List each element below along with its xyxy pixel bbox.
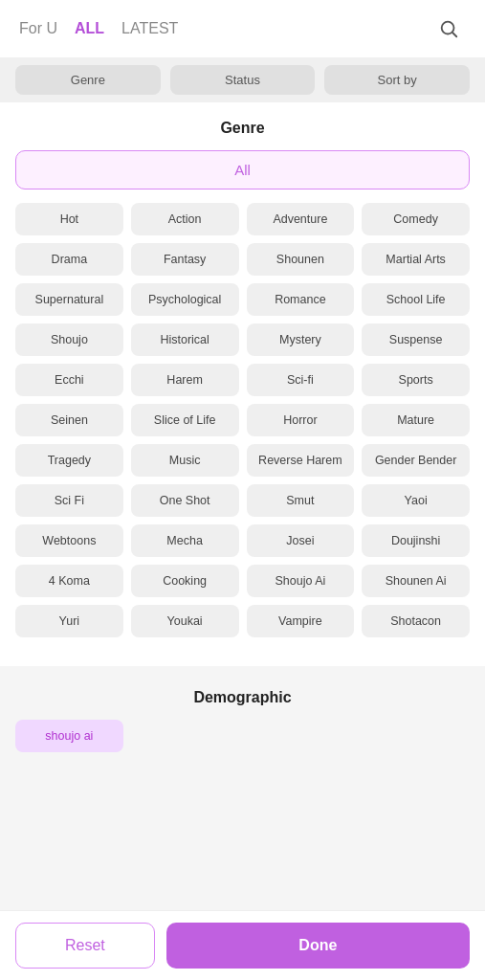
filter-row: Genre Status Sort by: [0, 57, 485, 102]
sortby-filter-btn[interactable]: Sort by: [324, 65, 470, 95]
genre-chip[interactable]: Webtoons: [15, 524, 123, 557]
genre-chip[interactable]: Shounen Ai: [362, 565, 470, 597]
status-filter-btn[interactable]: Status: [170, 65, 316, 95]
genre-chip[interactable]: Doujinshi: [362, 524, 470, 557]
demographic-title: Demographic: [15, 689, 470, 706]
genre-chip[interactable]: Gender Bender: [362, 444, 470, 477]
genre-chip[interactable]: Shotacon: [362, 605, 470, 637]
genre-panel-title: Genre: [15, 120, 470, 137]
genre-chip[interactable]: Harem: [131, 364, 239, 396]
demographic-chip[interactable]: shoujo ai: [15, 720, 123, 752]
genre-chip[interactable]: Adventure: [247, 203, 355, 235]
genre-chip[interactable]: Sports: [362, 364, 470, 396]
genre-chip[interactable]: School Life: [362, 283, 470, 316]
genre-chip[interactable]: Reverse Harem: [247, 444, 355, 477]
genre-chip[interactable]: Seinen: [15, 404, 123, 436]
demographic-section: Demographic shoujo ai: [0, 666, 485, 768]
nav-latest[interactable]: LATEST: [121, 20, 178, 37]
genre-chip[interactable]: Yaoi: [362, 484, 470, 517]
genre-chip[interactable]: Ecchi: [15, 364, 123, 396]
done-button[interactable]: Done: [166, 923, 470, 969]
genre-chip[interactable]: Psychological: [131, 283, 239, 316]
genre-chip[interactable]: Shoujo Ai: [247, 565, 355, 597]
svg-line-1: [452, 33, 456, 36]
genre-chip[interactable]: Drama: [15, 243, 123, 276]
genre-chip[interactable]: Smut: [247, 484, 355, 517]
search-icon: [438, 18, 459, 39]
demographic-grid: shoujo ai: [15, 720, 470, 752]
bottom-action-bar: Reset Done: [0, 910, 485, 980]
nav-all[interactable]: ALL: [75, 20, 104, 37]
nav-for-u[interactable]: For U: [19, 20, 57, 37]
genre-filter-btn[interactable]: Genre: [15, 65, 161, 95]
genre-chip[interactable]: Suspense: [362, 323, 470, 356]
genre-chip[interactable]: Martial Arts: [362, 243, 470, 276]
genre-chip[interactable]: Shounen: [247, 243, 355, 276]
genre-chip[interactable]: Mecha: [131, 524, 239, 557]
top-navigation: For U ALL LATEST: [0, 0, 485, 57]
genre-chip[interactable]: Hot: [15, 203, 123, 235]
genre-chip[interactable]: Vampire: [247, 605, 355, 637]
genre-chip[interactable]: Sci-fi: [247, 364, 355, 396]
genre-panel: Genre All HotActionAdventureComedyDramaF…: [0, 102, 485, 666]
svg-point-0: [442, 22, 454, 34]
genre-chip[interactable]: Youkai: [131, 605, 239, 637]
search-button[interactable]: [431, 11, 466, 46]
genre-chip[interactable]: Music: [131, 444, 239, 477]
genre-chip[interactable]: Comedy: [362, 203, 470, 235]
genre-chip[interactable]: Fantasy: [131, 243, 239, 276]
genre-chip[interactable]: 4 Koma: [15, 565, 123, 597]
genre-chip[interactable]: Cooking: [131, 565, 239, 597]
genre-chip[interactable]: Romance: [247, 283, 355, 316]
genre-grid: HotActionAdventureComedyDramaFantasyShou…: [15, 203, 470, 637]
all-genre-button[interactable]: All: [15, 150, 470, 189]
genre-chip[interactable]: Action: [131, 203, 239, 235]
genre-chip[interactable]: Historical: [131, 323, 239, 356]
genre-chip[interactable]: One Shot: [131, 484, 239, 517]
genre-chip[interactable]: Mature: [362, 404, 470, 436]
genre-chip[interactable]: Supernatural: [15, 283, 123, 316]
genre-chip[interactable]: Sci Fi: [15, 484, 123, 517]
genre-chip[interactable]: Yuri: [15, 605, 123, 637]
genre-chip[interactable]: Tragedy: [15, 444, 123, 477]
genre-chip[interactable]: Slice of Life: [131, 404, 239, 436]
genre-chip[interactable]: Horror: [247, 404, 355, 436]
genre-chip[interactable]: Mystery: [247, 323, 355, 356]
genre-chip[interactable]: Shoujo: [15, 323, 123, 356]
genre-chip[interactable]: Josei: [247, 524, 355, 557]
reset-button[interactable]: Reset: [15, 923, 155, 969]
